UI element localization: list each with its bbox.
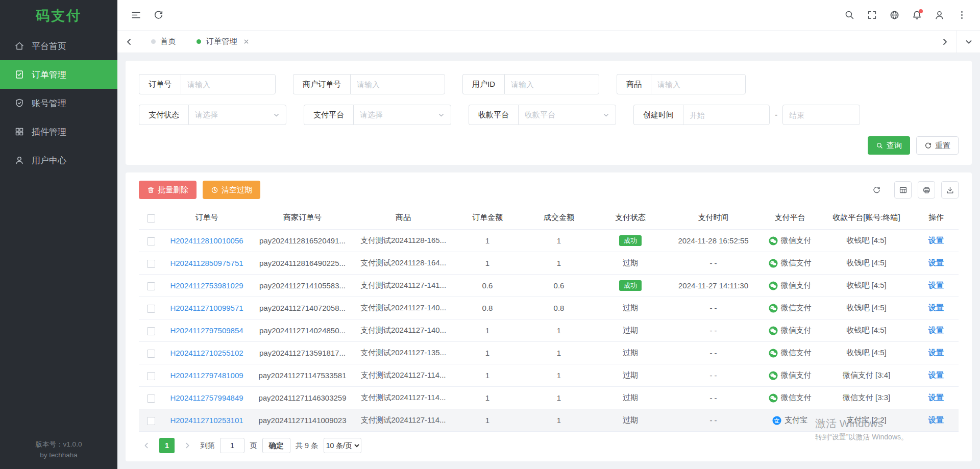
tab-label: 订单管理 [206, 36, 237, 47]
row-checkbox[interactable] [147, 394, 155, 403]
sidebar-item-plugins[interactable]: 插件管理 [0, 117, 117, 146]
more-icon [957, 10, 967, 20]
clear-expired-button[interactable]: 清空过期 [203, 181, 260, 199]
merchant-order-no-cell: pay2024112714024850... [250, 319, 355, 342]
order-no-link[interactable]: H2024112797509854 [170, 326, 243, 335]
row-settings-link[interactable]: 设置 [928, 236, 944, 244]
user-button[interactable] [929, 5, 949, 26]
pay-platform-select[interactable]: 请选择 [353, 105, 451, 125]
order-no-link[interactable]: H2024112710253101 [170, 416, 243, 425]
select-all-checkbox[interactable] [147, 214, 155, 223]
status-badge: 成功 [619, 280, 642, 291]
row-settings-link[interactable]: 设置 [928, 303, 944, 312]
tabs-menu-button[interactable] [957, 31, 980, 53]
order-no-link[interactable]: H2024112850975751 [170, 259, 243, 267]
goto-page-input[interactable] [220, 438, 244, 453]
table-row: H2024112797481009 pay202411271147533581 … [139, 364, 959, 387]
export-button[interactable] [941, 181, 959, 199]
row-settings-link[interactable]: 设置 [928, 415, 944, 424]
batch-delete-label: 批量删除 [158, 185, 188, 195]
pay-status-placeholder: 请选择 [195, 110, 218, 120]
table-row: H2024112850975751 pay2024112816490225...… [139, 252, 959, 275]
fullscreen-button[interactable] [862, 5, 882, 26]
row-settings-link[interactable]: 设置 [928, 393, 944, 402]
wechat-pay-icon [769, 371, 778, 380]
product-input[interactable] [651, 74, 746, 94]
tabs-scroll-left-button[interactable] [117, 31, 141, 53]
collapse-sidebar-button[interactable] [126, 5, 146, 26]
tab-close-icon[interactable] [243, 38, 250, 45]
search-button-label: 查询 [887, 141, 902, 151]
orders-icon [14, 69, 24, 80]
language-button[interactable] [884, 5, 904, 26]
order-no-link[interactable]: H2024112797481009 [170, 371, 243, 380]
receive-platform-select[interactable]: 收款平台 [518, 105, 616, 125]
sidebar-item-user-center[interactable]: 用户中心 [0, 146, 117, 175]
order-no-link[interactable]: H2024112753981029 [170, 281, 243, 290]
print-button[interactable] [918, 181, 935, 199]
tabs-scroll-right-button[interactable] [933, 31, 957, 53]
tab-home[interactable]: 首页 [141, 31, 186, 53]
row-checkbox[interactable] [147, 350, 155, 358]
row-settings-link[interactable]: 设置 [928, 348, 944, 357]
search-button[interactable]: 查询 [868, 136, 910, 155]
prev-page-button[interactable] [139, 438, 154, 453]
create-time-start-input[interactable] [683, 105, 770, 125]
row-checkbox[interactable] [147, 372, 155, 380]
tab-order-management[interactable]: 订单管理 [186, 31, 260, 53]
user-id-input[interactable] [504, 74, 599, 94]
row-checkbox[interactable] [147, 282, 155, 290]
create-time-end-input[interactable] [782, 105, 860, 125]
wechat-pay-icon [769, 236, 778, 245]
goto-confirm-button[interactable]: 确定 [262, 438, 290, 453]
pay-time-cell: 2024-11-28 16:52:55 [666, 230, 761, 252]
notifications-button[interactable] [906, 5, 927, 26]
row-settings-link[interactable]: 设置 [928, 326, 944, 334]
page-size-select[interactable]: 10 条/页 [324, 438, 361, 453]
receive-platform-cell: 收钱吧 [4:5] [819, 275, 914, 297]
order-no-link[interactable]: H2024112757994849 [170, 393, 243, 402]
order-no-link[interactable]: H2024112710255102 [170, 349, 243, 357]
more-button[interactable] [951, 5, 972, 26]
pay-time-cell: - - [666, 364, 761, 387]
sidebar-item-accounts[interactable]: 账号管理 [0, 89, 117, 117]
batch-delete-button[interactable]: 批量删除 [139, 181, 197, 199]
order-no-input[interactable] [181, 74, 276, 94]
platform-name: 微信支付 [781, 303, 812, 313]
tab-label: 首页 [160, 36, 176, 47]
total-count: 共 9 条 [296, 441, 318, 451]
platform-icon [772, 416, 781, 425]
row-checkbox[interactable] [147, 305, 155, 313]
row-checkbox[interactable] [147, 417, 155, 425]
order-amount-cell: 1 [452, 230, 523, 252]
sidebar-menu: 平台首页 订单管理 账号管理 插件管理 用户中心 [0, 32, 117, 175]
order-no-link[interactable]: H2024112810010056 [170, 236, 243, 245]
current-page-button[interactable]: 1 [159, 438, 175, 453]
row-settings-link[interactable]: 设置 [928, 258, 944, 267]
row-checkbox[interactable] [147, 237, 155, 245]
sidebar-item-label: 平台首页 [32, 40, 66, 52]
platform-icon [769, 393, 778, 403]
order-no-link[interactable]: H2024112710099571 [170, 304, 243, 312]
refresh-icon [924, 142, 932, 150]
status-badge: 成功 [619, 235, 642, 246]
receive-platform-cell: 收钱吧 [4:5] [819, 230, 914, 252]
sidebar-item-home[interactable]: 平台首页 [0, 32, 117, 60]
col-order-no: 订单号 [163, 206, 250, 230]
refresh-page-button[interactable] [148, 5, 168, 26]
sidebar-item-orders[interactable]: 订单管理 [0, 60, 117, 89]
row-settings-link[interactable]: 设置 [928, 371, 944, 379]
reset-button[interactable]: 重置 [916, 136, 959, 155]
column-settings-button[interactable] [894, 181, 912, 199]
row-checkbox[interactable] [147, 327, 155, 335]
merchant-order-no-input[interactable] [350, 74, 445, 94]
row-checkbox[interactable] [147, 260, 155, 268]
refresh-list-button[interactable] [868, 181, 885, 199]
pay-status-select[interactable]: 请选择 [188, 105, 286, 125]
search-button-header[interactable] [839, 5, 860, 26]
pay-time-cell: - - [666, 297, 761, 319]
platform-icon [769, 349, 778, 358]
merchant-order-no-cell: pay2024112816520491... [250, 230, 355, 252]
row-settings-link[interactable]: 设置 [928, 281, 944, 289]
next-page-button[interactable] [180, 438, 195, 453]
